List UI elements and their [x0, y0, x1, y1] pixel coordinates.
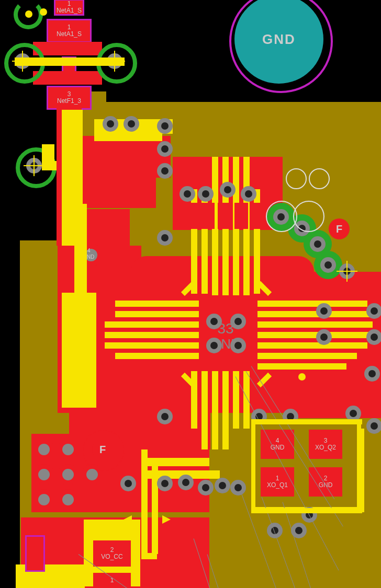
fiducial-f1: F: [92, 439, 113, 460]
pad-vo-cc2: 2 VO_CC: [93, 540, 131, 567]
fiducial-f2: F: [329, 218, 350, 239]
mounting-hole-gnd: GND: [206, 0, 352, 112]
osc-pad-1: 1 XO_Q1: [261, 467, 294, 497]
mounting-hole-net-label: GND: [262, 31, 296, 48]
osc-pad-3: 3 XO_Q2: [309, 430, 342, 459]
gvia-r4: [314, 251, 342, 279]
trace-top-h: [15, 57, 125, 66]
via-right-2: [366, 303, 381, 319]
red-bar-top: [33, 42, 102, 55]
via-right-1: [339, 263, 355, 279]
pad-a1-top: 1 NetA1_S: [54, 0, 84, 16]
pad-f1-3: 3 NetF1_3: [47, 86, 92, 110]
pad-a1-mid: 1 NetA1_S: [47, 19, 92, 43]
pcb-layout-canvas[interactable]: GND 1 NetA1_S 1 NetA1_S 3 NetF1_3: [0, 0, 381, 588]
via-tl3: [26, 158, 42, 174]
red-bar-mid: [33, 71, 102, 85]
via-right-3: [366, 329, 381, 345]
osc-pad-2: 2 GND: [309, 467, 342, 497]
pad-vo-cc1: 1: [93, 573, 131, 588]
